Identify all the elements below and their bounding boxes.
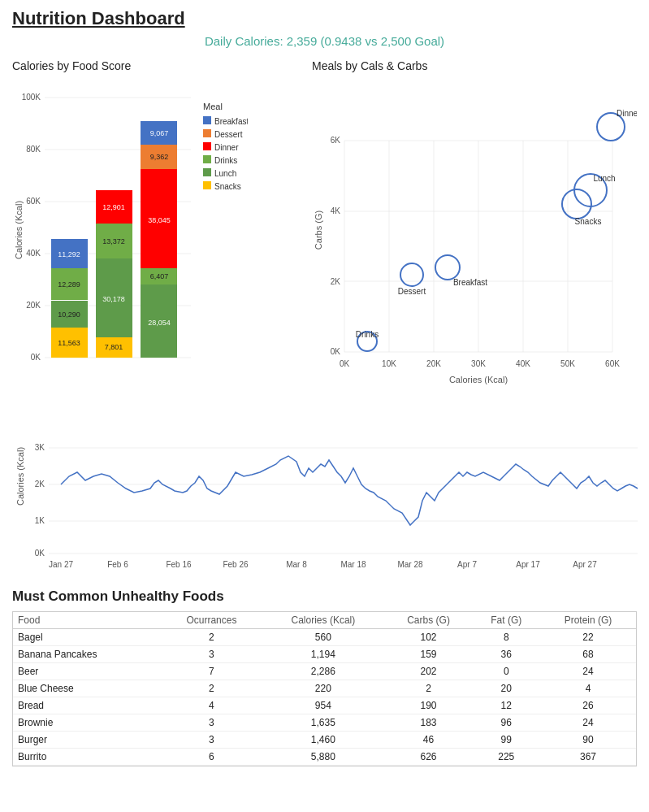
svg-text:Dessert: Dessert <box>398 287 426 296</box>
svg-text:40K: 40K <box>26 249 41 258</box>
daily-calories-text: Daily Calories: 2,359 (0.9438 vs 2,500 G… <box>12 34 637 48</box>
svg-text:Feb 6: Feb 6 <box>107 560 128 569</box>
table-cell: Brownie <box>13 714 162 732</box>
table-cell: 560 <box>262 629 384 646</box>
svg-text:20K: 20K <box>426 359 441 368</box>
svg-text:Calories (Kcal): Calories (Kcal) <box>449 375 508 384</box>
svg-rect-42 <box>203 129 211 137</box>
table-cell: 1,635 <box>262 714 384 732</box>
svg-text:Apr 7: Apr 7 <box>457 560 477 569</box>
svg-text:80K: 80K <box>26 145 41 154</box>
table-cell: Blue Cheese <box>13 680 162 697</box>
table-title: Must Common Unhealthy Foods <box>12 588 637 605</box>
stacked-bar-title: Calories by Food Score <box>12 59 304 72</box>
svg-text:38,045: 38,045 <box>148 216 171 224</box>
svg-text:Dessert: Dessert <box>214 130 243 139</box>
svg-text:Day of Date [2018]: Day of Date [2018] <box>300 572 374 574</box>
table-row: Burrito65,880626225367 <box>13 749 636 766</box>
svg-text:Jan 27: Jan 27 <box>49 560 73 569</box>
svg-text:50K: 50K <box>560 359 575 368</box>
table-wrapper[interactable]: Food Ocurrances Calories (Kcal) Carbs (G… <box>12 611 637 766</box>
svg-text:6K: 6K <box>331 136 341 145</box>
svg-text:0K: 0K <box>340 359 350 368</box>
col-protein: Protein (G) <box>540 612 636 629</box>
svg-text:Apr 17: Apr 17 <box>516 560 540 569</box>
col-calories: Calories (Kcal) <box>262 612 384 629</box>
svg-text:2K: 2K <box>331 277 341 286</box>
table-cell: 3 <box>162 732 262 749</box>
table-cell: 367 <box>540 749 636 766</box>
svg-rect-50 <box>203 181 211 189</box>
svg-point-78 <box>400 263 423 286</box>
svg-text:0K: 0K <box>31 353 41 362</box>
table-body: Bagel2560102822Banana Pancakes31,1941593… <box>13 629 636 766</box>
svg-text:4K: 4K <box>331 206 341 215</box>
table-cell: Bagel <box>13 629 162 646</box>
svg-text:Mar 18: Mar 18 <box>340 560 366 569</box>
table-cell: 90 <box>540 732 636 749</box>
svg-text:40K: 40K <box>516 359 530 368</box>
calorie-line <box>61 456 638 525</box>
svg-text:Calories (Kcal): Calories (Kcal) <box>15 447 25 506</box>
page-title: Nutrition Dashboard <box>12 8 637 29</box>
svg-text:30K: 30K <box>471 359 486 368</box>
svg-text:Drinks: Drinks <box>356 330 379 339</box>
svg-text:1K: 1K <box>35 516 45 525</box>
table-row: Blue Cheese22202204 <box>13 680 636 697</box>
table-cell: 2 <box>162 629 262 646</box>
svg-text:Calories (Kcal): Calories (Kcal) <box>14 201 24 259</box>
svg-text:30,178: 30,178 <box>102 295 125 303</box>
table-cell: 3 <box>162 714 262 732</box>
table-cell: 20 <box>473 680 540 697</box>
svg-text:0K: 0K <box>331 347 341 356</box>
table-cell: 4 <box>162 697 262 714</box>
table-cell: 68 <box>540 646 636 663</box>
table-cell: 96 <box>473 714 540 732</box>
svg-text:9,067: 9,067 <box>150 129 169 137</box>
svg-rect-44 <box>203 142 211 150</box>
table-cell: 225 <box>473 749 540 766</box>
svg-text:Lunch: Lunch <box>214 169 236 178</box>
table-cell: 159 <box>385 646 473 663</box>
svg-text:2K: 2K <box>35 480 45 489</box>
table-cell: Bread <box>13 697 162 714</box>
table-cell: 24 <box>540 714 636 732</box>
svg-text:Mar 28: Mar 28 <box>397 560 423 569</box>
svg-text:60K: 60K <box>26 197 41 206</box>
table-cell: 3 <box>162 646 262 663</box>
svg-text:28,054: 28,054 <box>148 319 171 327</box>
svg-text:13,372: 13,372 <box>102 237 125 245</box>
scatter-title: Meals by Cals & Carbs <box>312 59 637 72</box>
svg-text:Feb 26: Feb 26 <box>223 560 249 569</box>
table-cell: 954 <box>262 697 384 714</box>
table-cell: 626 <box>385 749 473 766</box>
scatter-section: Meals by Cals & Carbs Carbs (G) 6K 4K 2K… <box>312 59 637 387</box>
table-row: Banana Pancakes31,1941593668 <box>13 646 636 663</box>
table-cell: 4 <box>540 680 636 697</box>
table-cell: 36 <box>473 646 540 663</box>
svg-text:11,292: 11,292 <box>58 250 80 258</box>
table-cell: 8 <box>473 629 540 646</box>
table-cell: Banana Pancakes <box>13 646 162 663</box>
unhealthy-foods-table: Food Ocurrances Calories (Kcal) Carbs (G… <box>13 612 636 766</box>
svg-point-82 <box>562 189 591 219</box>
table-cell: 183 <box>385 714 473 732</box>
svg-text:60K: 60K <box>605 359 620 368</box>
table-cell: 24 <box>540 663 636 680</box>
table-cell: 5,880 <box>262 749 384 766</box>
table-cell: Beer <box>13 663 162 680</box>
svg-text:Feb 16: Feb 16 <box>166 560 192 569</box>
svg-text:Dinner: Dinner <box>214 143 239 152</box>
svg-text:Meal: Meal <box>203 102 223 111</box>
table-cell: 22 <box>540 629 636 646</box>
svg-text:3K: 3K <box>35 443 45 452</box>
table-header: Food Ocurrances Calories (Kcal) Carbs (G… <box>13 612 636 629</box>
svg-text:Breakfast: Breakfast <box>214 117 248 126</box>
svg-text:20K: 20K <box>26 301 41 310</box>
col-food: Food <box>13 612 162 629</box>
table-cell: 99 <box>473 732 540 749</box>
svg-point-80 <box>435 255 460 280</box>
table-cell: 190 <box>385 697 473 714</box>
table-cell: 26 <box>540 697 636 714</box>
col-fat: Fat (G) <box>473 612 540 629</box>
